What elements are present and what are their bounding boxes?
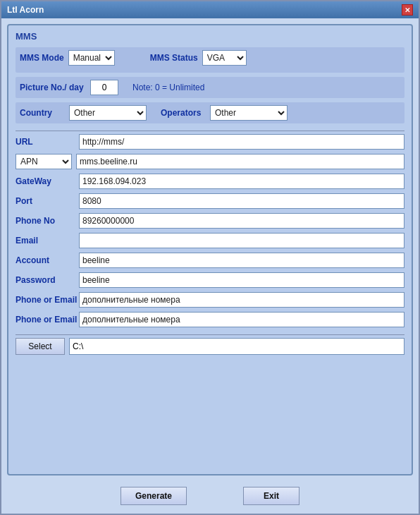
phone-email2-label: Phone or Email [16, 315, 79, 325]
select-row: Select [16, 338, 404, 355]
country-select[interactable]: Other [69, 105, 147, 121]
url-input[interactable] [79, 134, 404, 150]
password-label: Password [16, 275, 79, 285]
main-window: LtI Acorn ✕ MMS MMS Mode Manual Auto MMS… [0, 0, 420, 515]
mode-status-row: MMS Mode Manual Auto MMS Status VGA QVGA… [16, 47, 404, 73]
window-body: MMS MMS Mode Manual Auto MMS Status VG [1, 18, 419, 514]
mms-status-label: MMS Status [150, 53, 198, 63]
phone-no-input[interactable] [79, 213, 404, 229]
picture-row: Picture No./ day Note: 0 = Unlimited [16, 77, 404, 98]
phone-no-label: Phone No [16, 216, 79, 226]
group-label: MMS [16, 31, 404, 42]
email-input[interactable] [79, 233, 404, 248]
phone-email1-label: Phone or Email [16, 295, 79, 305]
picture-label: Picture No./ day [20, 83, 90, 92]
mms-mode-label: MMS Mode [20, 53, 64, 63]
country-operators-row: Country Other Operators Other [16, 102, 404, 123]
phone-email1-row: Phone or Email [16, 292, 404, 308]
mms-group: MMS MMS Mode Manual Auto MMS Status VG [7, 24, 413, 475]
phone-no-row: Phone No [16, 213, 404, 229]
port-row: Port [16, 193, 404, 209]
phone-email1-input[interactable] [79, 292, 404, 308]
operators-select[interactable]: Other [210, 105, 288, 121]
phone-email2-input[interactable] [79, 312, 404, 327]
window-title: LtI Acorn [7, 5, 44, 15]
mms-mode-group: MMS Mode Manual Auto [20, 50, 115, 66]
account-label: Account [16, 255, 79, 265]
bottom-buttons: Generate Exit [7, 481, 413, 508]
url-row: URL [16, 134, 404, 150]
url-label: URL [16, 137, 79, 147]
mode-status-inner: MMS Mode Manual Auto MMS Status VGA QVGA… [20, 50, 400, 66]
picture-input[interactable] [90, 80, 118, 95]
generate-button[interactable]: Generate [121, 487, 187, 505]
password-input[interactable] [79, 272, 404, 288]
picture-note: Note: 0 = Unlimited [132, 83, 204, 92]
operators-label: Operators [161, 108, 210, 118]
mms-mode-select[interactable]: Manual Auto [68, 50, 115, 66]
apn-row: APN [16, 154, 404, 169]
separator2 [16, 334, 404, 335]
exit-button[interactable]: Exit [243, 487, 299, 505]
close-button[interactable]: ✕ [402, 4, 413, 16]
mms-status-group: MMS Status VGA QVGA SQCIF [150, 50, 247, 66]
gateway-label: GateWay [16, 176, 79, 186]
port-input[interactable] [79, 193, 404, 209]
account-input[interactable] [79, 253, 404, 268]
apn-select[interactable]: APN [16, 154, 72, 169]
select-button[interactable]: Select [16, 338, 65, 355]
phone-email2-row: Phone or Email [16, 312, 404, 327]
password-row: Password [16, 272, 404, 288]
email-row: Email [16, 233, 404, 248]
account-row: Account [16, 253, 404, 268]
gateway-input[interactable] [79, 174, 404, 189]
email-label: Email [16, 236, 79, 246]
separator [16, 131, 404, 131]
title-bar: LtI Acorn ✕ [1, 1, 419, 18]
country-label: Country [20, 108, 69, 118]
path-input[interactable] [69, 338, 404, 355]
mms-status-select[interactable]: VGA QVGA SQCIF [202, 50, 247, 66]
port-label: Port [16, 196, 79, 206]
apn-input[interactable] [76, 154, 404, 169]
gateway-row: GateWay [16, 174, 404, 189]
